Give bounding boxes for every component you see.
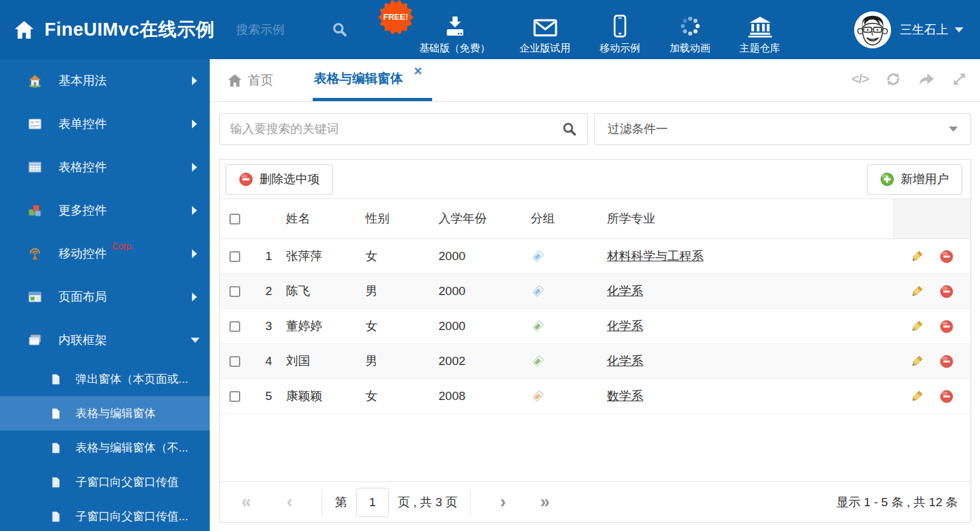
delete-row-icon[interactable] bbox=[940, 320, 953, 333]
first-page-icon[interactable]: « bbox=[242, 493, 251, 511]
divider bbox=[322, 489, 322, 516]
sidebar-subitem-popup-window[interactable]: 弹出窗体（本页面或... bbox=[0, 362, 210, 396]
delete-row-icon[interactable] bbox=[940, 355, 953, 368]
antenna-icon bbox=[28, 247, 42, 261]
col-major: 所学专业 bbox=[601, 210, 893, 227]
tag-icon bbox=[531, 389, 545, 403]
cell-name: 刘国 bbox=[280, 353, 359, 369]
tag-icon bbox=[531, 319, 545, 333]
chevron-right-icon bbox=[192, 163, 197, 172]
sidebar-item-more-controls[interactable]: 更多控件 bbox=[0, 189, 210, 232]
close-icon[interactable]: × bbox=[414, 64, 422, 78]
nav-theme-repo[interactable]: 主题仓库 bbox=[740, 4, 780, 55]
edit-pencil-icon[interactable] bbox=[910, 355, 923, 368]
free-badge: FREE! bbox=[378, 0, 414, 36]
expand-icon[interactable] bbox=[951, 71, 967, 87]
row-checkbox[interactable] bbox=[229, 251, 240, 262]
last-page-icon[interactable]: » bbox=[540, 493, 550, 511]
row-checkbox[interactable] bbox=[229, 391, 240, 402]
keyword-search-input[interactable] bbox=[230, 122, 562, 136]
table-row: 4 刘国 男 2002 化学系 bbox=[220, 344, 970, 379]
delete-row-icon[interactable] bbox=[940, 285, 953, 298]
header-search-input[interactable] bbox=[236, 23, 332, 37]
row-checkbox[interactable] bbox=[229, 356, 240, 367]
cubes-icon bbox=[28, 203, 42, 217]
sidebar-subitem-grid-edit-window[interactable]: 表格与编辑窗体 bbox=[0, 396, 210, 431]
nav-basic-free[interactable]: FREE! 基础版（免费） bbox=[419, 4, 491, 55]
file-icon bbox=[50, 511, 62, 523]
source-code-icon[interactable]: </> bbox=[852, 71, 869, 86]
major-link[interactable]: 化学系 bbox=[607, 319, 643, 333]
sidebar-item-grid-controls[interactable]: 表格控件 bbox=[0, 146, 210, 189]
chevron-down-icon bbox=[955, 27, 963, 32]
nav-mobile-demo[interactable]: 移动示例 bbox=[600, 4, 641, 55]
tab-tools: </> bbox=[852, 59, 967, 99]
row-number: 2 bbox=[250, 284, 280, 298]
user-menu[interactable]: 三生石上 bbox=[854, 11, 963, 48]
sidebar-item-mobile-controls[interactable]: 移动控件 Corp. bbox=[0, 232, 210, 275]
major-link[interactable]: 材料科学与工程系 bbox=[607, 249, 704, 263]
delete-row-icon[interactable] bbox=[940, 390, 953, 403]
tab-home[interactable]: 首页 bbox=[228, 59, 273, 101]
search-icon[interactable] bbox=[332, 22, 348, 38]
cell-gender: 女 bbox=[359, 248, 432, 265]
chevron-down-icon bbox=[949, 127, 958, 132]
sidebar: 基本用法 表单控件 表格控件 更多控件 移动控件 Corp. 页面布局 内联框架… bbox=[0, 59, 210, 531]
main-content: 首页 表格与编辑窗体 × </> 过滤条件一 bbox=[210, 59, 980, 531]
edit-pencil-icon[interactable] bbox=[910, 390, 923, 403]
chevron-right-icon bbox=[192, 76, 197, 85]
major-link[interactable]: 数学系 bbox=[607, 389, 643, 403]
cell-gender: 女 bbox=[359, 388, 432, 404]
prev-page-icon[interactable]: ‹ bbox=[287, 493, 292, 511]
cell-name: 陈飞 bbox=[280, 283, 359, 300]
refresh-icon[interactable] bbox=[885, 71, 902, 87]
frames-icon bbox=[28, 333, 42, 347]
row-checkbox[interactable] bbox=[229, 321, 240, 332]
sidebar-item-iframe[interactable]: 内联框架 bbox=[0, 319, 210, 362]
table-icon bbox=[28, 160, 42, 174]
page-number-input[interactable] bbox=[356, 488, 389, 517]
add-user-button[interactable]: 新增用户 bbox=[867, 164, 962, 195]
nav-enterprise-trial[interactable]: 企业版试用 bbox=[520, 4, 571, 55]
edit-pencil-icon[interactable] bbox=[910, 250, 923, 263]
search-icon[interactable] bbox=[562, 121, 577, 137]
header-search bbox=[236, 22, 364, 38]
sidebar-subitem-child-to-parent[interactable]: 子窗口向父窗口传值 bbox=[0, 465, 210, 499]
edit-pencil-icon[interactable] bbox=[910, 320, 923, 333]
header-nav: FREE! 基础版（免费） 企业版试用 移动示例 加载动画 bbox=[419, 4, 800, 55]
tab-grid-edit-window[interactable]: 表格与编辑窗体 × bbox=[313, 59, 432, 101]
sidebar-item-form-controls[interactable]: 表单控件 bbox=[0, 102, 210, 146]
row-number: 3 bbox=[250, 319, 280, 333]
pagination-bar: « ‹ 第 页 , 共 3 页 › » 显示 1 - 5 条 , 共 12 条 bbox=[220, 481, 970, 522]
cell-year: 2002 bbox=[432, 354, 524, 368]
chevron-right-icon bbox=[192, 206, 197, 215]
cell-name: 康颖颖 bbox=[280, 388, 359, 404]
filter-dropdown[interactable]: 过滤条件一 bbox=[594, 113, 971, 145]
tag-icon bbox=[531, 284, 545, 298]
select-all-checkbox[interactable] bbox=[229, 214, 240, 224]
share-arrow-icon[interactable] bbox=[918, 72, 936, 86]
cell-name: 董婷婷 bbox=[280, 318, 359, 334]
avatar[interactable] bbox=[854, 11, 891, 48]
home-icon[interactable] bbox=[14, 20, 34, 39]
major-link[interactable]: 化学系 bbox=[607, 354, 643, 368]
table-row: 2 陈飞 男 2000 化学系 bbox=[220, 274, 970, 309]
cell-gender: 男 bbox=[359, 283, 432, 300]
sidebar-item-page-layout[interactable]: 页面布局 bbox=[0, 275, 210, 319]
edit-pencil-icon[interactable] bbox=[910, 285, 923, 298]
row-checkbox[interactable] bbox=[229, 286, 240, 297]
chevron-right-icon bbox=[192, 249, 197, 258]
delete-row-icon[interactable] bbox=[940, 250, 953, 263]
delete-selected-button[interactable]: 删除选中项 bbox=[226, 164, 333, 195]
sidebar-subitem-child-to-parent-2[interactable]: 子窗口向父窗口传值... bbox=[0, 499, 210, 531]
envelope-icon bbox=[533, 13, 557, 38]
major-link[interactable]: 化学系 bbox=[607, 284, 643, 298]
sidebar-item-basic-usage[interactable]: 基本用法 bbox=[0, 59, 210, 102]
sidebar-subitem-grid-edit-window-2[interactable]: 表格与编辑窗体（不... bbox=[0, 431, 210, 465]
next-page-icon[interactable]: › bbox=[500, 493, 506, 511]
nav-loading-animation[interactable]: 加载动画 bbox=[670, 4, 711, 55]
file-icon bbox=[50, 442, 62, 454]
cell-year: 2000 bbox=[432, 249, 524, 263]
cell-gender: 男 bbox=[359, 353, 432, 369]
grid-toolbar: 删除选中项 新增用户 bbox=[220, 160, 970, 199]
